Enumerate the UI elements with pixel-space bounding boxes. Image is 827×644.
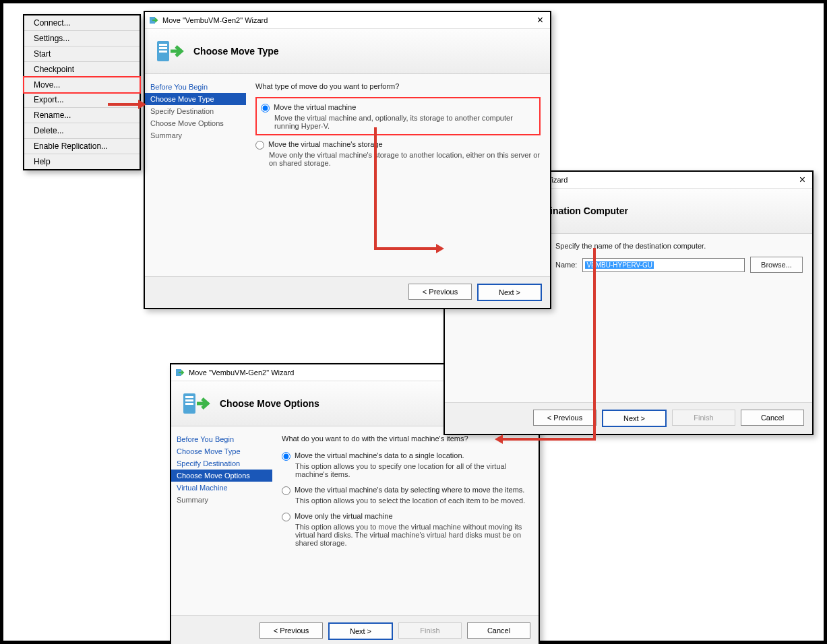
browse-button[interactable]: Browse... [750,257,803,273]
step-before-you-begin[interactable]: Before You Begin [171,433,272,445]
window-title: Move "VembuVM-Gen2" Wizard [189,368,294,377]
annotation-arrow [502,438,596,441]
annotation-arrow-head [138,100,146,109]
app-icon [175,368,185,377]
svg-rect-2 [185,396,193,398]
button-bar: < Previous Next > Finish Cancel [445,402,812,434]
radio-select-items-label: Move the virtual machine's data by selec… [295,486,524,494]
annotation-arrow-head [436,244,444,253]
finish-button: Finish [398,622,462,639]
previous-button[interactable]: < Previous [533,410,596,426]
svg-rect-13 [159,47,167,49]
radio-move-vm[interactable] [261,104,270,112]
button-bar: < Previous Next > [145,276,550,308]
svg-rect-12 [159,44,167,46]
wizard-content: What do you want to do with the virtual … [272,426,539,615]
page-title: Choose Move Type [193,46,279,57]
annotation-arrow-head [495,434,503,444]
close-icon[interactable]: × [534,15,546,25]
annotation-highlight: Move the virtual machine Move the virtua… [255,97,541,135]
radio-only-vm-desc: This option allows you to move the virtu… [295,523,529,547]
cancel-button[interactable]: Cancel [467,622,530,639]
radio-move-storage-desc: Move only the virtual machine's storage … [269,151,541,167]
cancel-button[interactable]: Cancel [741,410,804,426]
radio-only-vm-label: Move only the virtual machine [295,512,393,520]
wizard-header: Choose Move Type [145,28,550,74]
radio-only-vm[interactable] [282,513,290,521]
step-specify-destination[interactable]: Specify Destination [171,457,272,470]
button-bar: < Previous Next > Finish Cancel [171,615,539,644]
svg-rect-4 [185,403,193,405]
wizard-content: What type of move do you want to perform… [246,74,550,276]
prompt-text: What type of move do you want to perform… [255,82,541,90]
annotation-arrow [374,127,377,249]
step-summary: Summary [171,494,272,506]
radio-move-vm-label: Move the virtual machine [274,103,356,111]
menu-rename[interactable]: Rename... [24,108,140,123]
titlebar[interactable]: Move "VembuVM-Gen2" Wizard × [145,12,550,28]
step-choose-move-type[interactable]: Choose Move Type [171,445,272,457]
step-summary: Summary [145,129,246,141]
context-menu: Connect... Settings... Start Checkpoint … [23,14,141,170]
radio-move-storage[interactable] [255,141,264,150]
radio-single-location-desc: This option allows you to specify one lo… [295,462,529,478]
radio-single-location-label: Move the virtual machine's data to a sin… [295,451,464,459]
radio-select-items-desc: This option allows you to select the loc… [295,496,529,505]
wizard-steps: Before You Begin Choose Move Type Specif… [145,74,246,276]
next-button[interactable]: Next > [602,410,667,427]
wizard-choose-move-type: Move "VembuVM-Gen2" Wizard × Choose Move… [144,11,551,309]
page-title: Choose Move Options [220,398,319,409]
radio-select-items[interactable] [282,486,290,495]
menu-enable-replication[interactable]: Enable Replication... [24,139,140,154]
step-virtual-machine[interactable]: Virtual Machine [171,482,272,494]
menu-start[interactable]: Start [24,46,140,62]
finish-button: Finish [672,410,735,426]
menu-settings[interactable]: Settings... [24,31,140,46]
step-choose-move-options: Choose Move Options [145,117,246,129]
next-button[interactable]: Next > [477,284,542,301]
step-specify-destination: Specify Destination [145,105,246,117]
svg-rect-3 [185,399,193,401]
server-move-icon [182,389,210,418]
previous-button[interactable]: < Previous [259,622,323,639]
annotation-arrow [593,248,596,440]
name-label: Name: [555,261,577,269]
annotation-arrow [374,247,437,250]
prompt-text: What do you want to do with the virtual … [282,434,529,443]
window-title: Move "VembuVM-Gen2" Wizard [162,16,268,24]
annotation-arrow [108,103,140,106]
menu-checkpoint[interactable]: Checkpoint [24,62,140,77]
svg-rect-14 [159,51,167,53]
menu-delete[interactable]: Delete... [24,123,140,139]
close-icon[interactable]: × [797,175,808,185]
step-choose-move-type[interactable]: Choose Move Type [145,93,246,105]
destination-name-input[interactable]: VEMBU-HYPERV-GU [582,258,745,272]
radio-single-location[interactable] [282,452,290,461]
app-icon [149,15,158,25]
menu-help[interactable]: Help [24,154,140,169]
menu-move[interactable]: Move... [24,77,140,92]
previous-button[interactable]: < Previous [408,284,472,300]
annotation-highlight: Move... [23,76,141,94]
wizard-content: Specify the name of the destination comp… [546,234,812,402]
radio-move-storage-label: Move the virtual machine's storage [268,140,383,148]
step-choose-move-options[interactable]: Choose Move Options [171,470,272,482]
server-move-icon [156,37,184,65]
wizard-steps: Before You Begin Choose Move Type Specif… [171,426,272,615]
radio-move-vm-desc: Move the virtual machine and, optionally… [274,114,535,130]
step-before-you-begin[interactable]: Before You Begin [145,81,246,93]
menu-connect[interactable]: Connect... [24,15,140,31]
next-button[interactable]: Next > [328,622,393,640]
